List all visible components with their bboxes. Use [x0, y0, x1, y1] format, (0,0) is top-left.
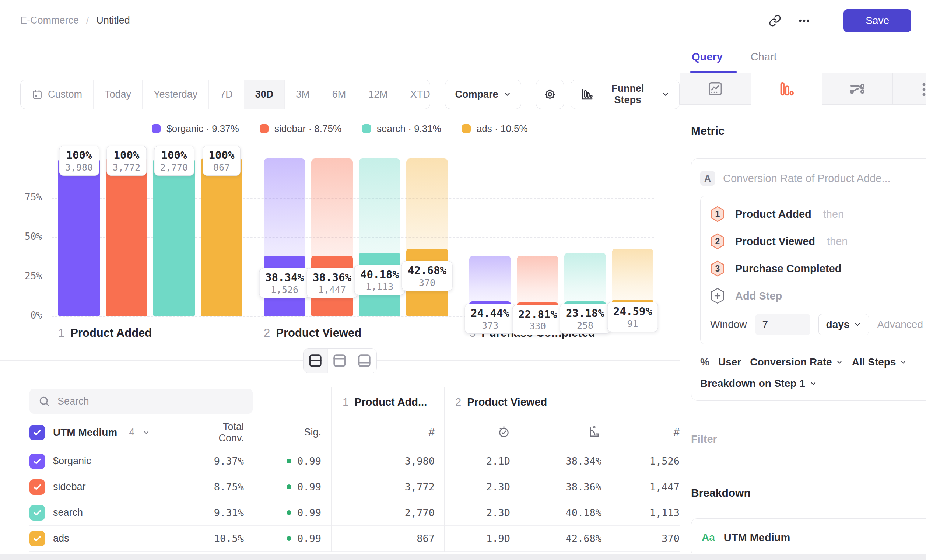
- view-split-button[interactable]: [304, 348, 328, 373]
- tab-retention[interactable]: [893, 73, 926, 104]
- chart-type-dropdown[interactable]: Funnel Steps: [570, 80, 679, 109]
- bar-value-label: 100%2,770: [154, 145, 194, 176]
- table-row-search[interactable]: search9.31%0.992,7702.3D40.18%1,113: [29, 500, 679, 526]
- compare-button[interactable]: Compare: [445, 80, 521, 109]
- query-step-label: Purchase Completed: [735, 263, 841, 275]
- step-name: Product Added: [70, 327, 152, 340]
- range-label: Custom: [48, 89, 82, 100]
- avg-time-column-icon[interactable]: [435, 425, 510, 439]
- table-row-sidebar[interactable]: sidebar8.75%0.993,7722.3D38.36%1,447: [29, 474, 679, 500]
- count-column-icon[interactable]: #: [602, 426, 679, 439]
- row-checkbox[interactable]: [29, 479, 45, 495]
- legend-item-ads[interactable]: ads · 10.5%: [462, 123, 528, 135]
- y-axis-tick: 25%: [5, 271, 42, 282]
- range-custom[interactable]: Custom: [21, 80, 94, 109]
- step-label: Product Add...: [354, 396, 427, 408]
- legend-item-search[interactable]: search · 9.31%: [362, 123, 441, 135]
- bar-step1-ads[interactable]: [201, 159, 242, 316]
- tab-funnels[interactable]: [751, 73, 822, 104]
- total-conv-value: 9.37%: [200, 456, 244, 467]
- count-column-icon[interactable]: #: [321, 426, 435, 439]
- measure-scope-dropdown[interactable]: All Steps: [852, 356, 907, 368]
- legend-item-organic[interactable]: $organic · 9.37%: [152, 123, 239, 135]
- chevron-down-icon: [503, 90, 511, 98]
- bar-pct-value: 38.36%: [313, 271, 351, 284]
- measure-metric-dropdown[interactable]: Conversion Rate: [750, 356, 843, 368]
- more-options-icon[interactable]: [797, 14, 811, 27]
- tab-insights[interactable]: [680, 73, 751, 104]
- group-column-header[interactable]: UTM Medium: [53, 427, 117, 439]
- window-unit-dropdown[interactable]: days: [819, 314, 869, 335]
- row-checkbox[interactable]: [29, 505, 45, 521]
- step-number: 1: [58, 327, 65, 340]
- bar-pct-value: 100%: [209, 149, 235, 162]
- range-3m[interactable]: 3M: [285, 80, 321, 109]
- search-input[interactable]: [57, 396, 234, 407]
- conv-rate-column-icon[interactable]: [510, 425, 602, 440]
- query-step-3[interactable]: 3Purchase Completed: [710, 255, 926, 282]
- breadcrumb-parent[interactable]: E-Commerce: [20, 15, 79, 26]
- view-table-only-button[interactable]: [352, 348, 377, 373]
- avg-time-value: 1.9D: [435, 533, 510, 544]
- table-row-ads[interactable]: ads10.5%0.998671.9D42.68%370: [29, 526, 679, 551]
- horizontal-scrollbar[interactable]: [0, 554, 926, 560]
- funnel-steps-card: 1Product Addedthen2Product Viewedthen3Pu…: [700, 196, 926, 345]
- breakdown-item[interactable]: Aa UTM Medium: [691, 518, 926, 557]
- bar-step1-organic[interactable]: [58, 159, 100, 316]
- range-xtd[interactable]: XTD: [399, 80, 431, 109]
- query-step-2[interactable]: 2Product Viewedthen: [710, 228, 926, 255]
- total-conv-column-header[interactable]: Total Conv.: [200, 421, 244, 444]
- save-button[interactable]: Save: [843, 9, 911, 32]
- bar-count-value: 1,526: [265, 284, 304, 295]
- bar-value-label: 38.34%1,526: [259, 268, 310, 298]
- breadcrumb-current[interactable]: Untitled: [96, 15, 130, 26]
- tab-query[interactable]: Query: [692, 51, 723, 73]
- legend-item-sidebar[interactable]: sidebar · 8.75%: [260, 123, 342, 135]
- link-icon[interactable]: [769, 14, 781, 27]
- query-step-label: Product Viewed: [735, 235, 815, 248]
- chart-settings-button[interactable]: [536, 80, 564, 109]
- window-value-input[interactable]: [755, 314, 810, 335]
- range-label: 12M: [368, 89, 388, 100]
- view-chart-only-button[interactable]: [328, 348, 352, 373]
- funnels-icon: [778, 80, 795, 97]
- legend-label: sidebar · 8.75%: [274, 123, 342, 135]
- range-7d[interactable]: 7D: [209, 80, 244, 109]
- row-checkbox[interactable]: [29, 531, 45, 546]
- query-step-1[interactable]: 1Product Addedthen: [710, 200, 926, 228]
- range-yesterday[interactable]: Yesterday: [142, 80, 209, 109]
- table-row-organic[interactable]: $organic9.37%0.993,9802.1D38.34%1,526: [29, 448, 679, 474]
- add-step-button[interactable]: Add Step: [710, 282, 926, 309]
- row-name-cell: $organic: [29, 454, 200, 469]
- legend-color-chip: [462, 124, 471, 133]
- tab-flows[interactable]: [822, 73, 893, 104]
- step-number: 2: [264, 327, 270, 340]
- advanced-dropdown[interactable]: Advanced: [877, 319, 926, 330]
- measure-entity[interactable]: User: [718, 356, 741, 368]
- table-search-row: 1 Product Add... 2 Product Viewed: [0, 387, 679, 417]
- legend-label: $organic · 9.37%: [166, 123, 239, 135]
- measure-metric-label: Conversion Rate: [750, 356, 832, 368]
- sig-dot-icon: [287, 536, 291, 541]
- chevron-down-icon[interactable]: [142, 429, 150, 436]
- tab-chart[interactable]: Chart: [750, 51, 777, 73]
- step-then-label: then: [823, 208, 844, 220]
- filter-section: Filter: [691, 433, 926, 445]
- range-30d[interactable]: 30D: [244, 80, 285, 109]
- compare-label: Compare: [455, 89, 498, 100]
- select-all-checkbox[interactable]: [29, 425, 45, 440]
- metric-row[interactable]: A Conversion Rate of Product Adde...: [700, 167, 926, 190]
- range-6m[interactable]: 6M: [321, 80, 358, 109]
- step-number: 1: [343, 396, 348, 408]
- bar-value-label: 100%3,772: [106, 145, 147, 176]
- breakdown-on-step-dropdown[interactable]: Breakdown on Step 1: [700, 378, 926, 391]
- range-12m[interactable]: 12M: [357, 80, 399, 109]
- conv-rate-value: 40.18%: [510, 507, 602, 518]
- sig-column-header[interactable]: Sig.: [244, 427, 321, 438]
- row-name-label: $organic: [53, 456, 91, 467]
- bar-step1-sidebar[interactable]: [106, 159, 147, 316]
- range-today[interactable]: Today: [94, 80, 142, 109]
- measure-scope-label: All Steps: [852, 356, 896, 368]
- row-checkbox[interactable]: [29, 454, 45, 469]
- bar-step1-search[interactable]: [153, 159, 195, 316]
